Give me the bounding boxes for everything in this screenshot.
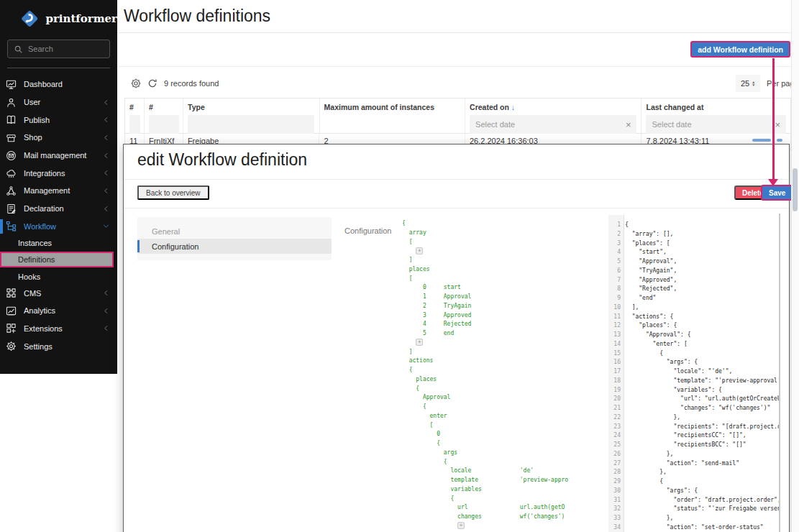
sidebar-item-management[interactable]: Management bbox=[0, 182, 117, 200]
code-line: "Rejected", bbox=[625, 285, 779, 294]
stepper-arrows-icon: ▲▼ bbox=[752, 81, 755, 87]
line-number: 13 bbox=[608, 331, 621, 340]
line-number: 29 bbox=[608, 477, 621, 487]
line-number: 8 bbox=[608, 285, 621, 294]
sidebar-item-analytics[interactable]: Analytics bbox=[0, 302, 117, 320]
chevron-left-icon bbox=[102, 134, 110, 142]
sidebar-item-cms[interactable]: CMS bbox=[0, 284, 117, 302]
save-button[interactable]: Save bbox=[761, 185, 793, 201]
sidebar-item-hooks[interactable]: Hooks bbox=[0, 269, 117, 284]
line-number: 23 bbox=[608, 423, 621, 432]
date-filter-input[interactable]: Select date× bbox=[646, 115, 786, 134]
sidebar: printformer DashboardUserPublishShopMail… bbox=[0, 0, 117, 374]
records-found-label: 9 records found bbox=[164, 79, 219, 88]
expand-node-button[interactable]: + bbox=[416, 339, 423, 346]
refresh-icon[interactable] bbox=[147, 78, 158, 89]
tab-configuration[interactable]: Configuration bbox=[137, 239, 332, 254]
sidebar-item-workflow[interactable]: Workflow bbox=[0, 218, 117, 236]
sidebar-item-integrations[interactable]: Integrations bbox=[0, 164, 117, 182]
editor-scrollbar[interactable] bbox=[779, 214, 780, 532]
back-to-overview-button[interactable]: Back to overview bbox=[137, 185, 209, 200]
line-number: 11 bbox=[608, 313, 621, 322]
row-action-link-clipped[interactable] bbox=[777, 139, 782, 142]
date-filter-input[interactable]: Select date× bbox=[470, 115, 636, 134]
dashboard-icon bbox=[6, 79, 17, 90]
row-action-link-clipped[interactable] bbox=[752, 139, 771, 142]
code-line: "locale": "'de'", bbox=[625, 367, 779, 377]
add-workflow-definition-button[interactable]: add Workflow definition bbox=[690, 41, 790, 58]
json-code-editor[interactable]: { "array": [], "places": [ "start", "App… bbox=[625, 215, 779, 532]
brand-logo[interactable]: printformer bbox=[0, 0, 117, 34]
table-settings-gear-icon[interactable] bbox=[130, 78, 142, 89]
sidebar-item-mail-management[interactable]: Mail management bbox=[0, 147, 117, 165]
expand-node-button[interactable]: + bbox=[457, 522, 465, 529]
column-header-last-changed-at[interactable]: Last changed atSelect date× bbox=[642, 98, 790, 133]
tree-line: { bbox=[402, 366, 612, 375]
sidebar-item-definitions[interactable]: Definitions bbox=[0, 252, 114, 267]
sidebar-search[interactable] bbox=[7, 40, 110, 58]
clear-filter-icon[interactable]: × bbox=[775, 119, 780, 130]
per-page-select[interactable]: 25 ▲▼ bbox=[736, 75, 760, 92]
line-number: 10 bbox=[608, 303, 621, 313]
tab-general[interactable]: General bbox=[137, 224, 332, 239]
code-line: "array": [], bbox=[625, 230, 779, 239]
code-line: "args": { bbox=[625, 358, 779, 367]
column-header-type[interactable]: Type bbox=[183, 98, 320, 133]
line-number: 27 bbox=[608, 459, 621, 469]
column-filter-input[interactable] bbox=[149, 115, 179, 134]
date-filter-placeholder: Select date bbox=[475, 120, 515, 129]
json-tree-view[interactable]: { array [ + ] places [ 0 start 1 Approva… bbox=[402, 219, 612, 532]
cms-icon bbox=[6, 288, 17, 298]
search-input[interactable] bbox=[28, 45, 104, 53]
clear-filter-icon[interactable]: × bbox=[626, 119, 631, 130]
tree-line: 0 bbox=[402, 430, 612, 439]
chevron-down-icon bbox=[102, 222, 110, 230]
sidebar-item-user[interactable]: User bbox=[0, 93, 117, 111]
line-number: 30 bbox=[608, 487, 621, 496]
line-number: 3 bbox=[608, 239, 621, 249]
sidebar-item-label: Settings bbox=[24, 342, 110, 351]
chevron-left-icon bbox=[102, 289, 110, 297]
code-line: "Approval", bbox=[625, 257, 779, 267]
tree-line: { bbox=[402, 385, 612, 394]
tree-line: + bbox=[402, 339, 612, 348]
sidebar-item-settings[interactable]: Settings bbox=[0, 337, 117, 355]
printformer-logo-icon bbox=[19, 8, 40, 29]
column-header-max-instances[interactable]: Maximum amount of instances bbox=[320, 98, 466, 133]
sidebar-item-extensions[interactable]: Extensions bbox=[0, 320, 117, 338]
column-header-num[interactable]: # bbox=[125, 98, 145, 133]
column-header-id[interactable]: # bbox=[145, 98, 183, 133]
page-title: Workflow definitions bbox=[124, 6, 270, 26]
column-filter-input[interactable] bbox=[129, 115, 140, 134]
code-line: "recipientsBCC": "[]" bbox=[625, 441, 779, 450]
tree-line: places bbox=[402, 375, 612, 385]
chevron-left-icon bbox=[102, 324, 110, 332]
column-filter-input[interactable] bbox=[188, 115, 314, 134]
line-number: 25 bbox=[608, 441, 621, 450]
extensions-icon bbox=[6, 323, 17, 334]
sidebar-item-label: Workflow bbox=[24, 222, 102, 231]
brand-name: printformer bbox=[45, 12, 117, 25]
sidebar-item-shop[interactable]: Shop bbox=[0, 129, 117, 147]
expand-node-button[interactable]: + bbox=[416, 247, 423, 254]
sidebar-item-publish[interactable]: Publish bbox=[0, 111, 117, 129]
window-scrollbar[interactable] bbox=[791, 0, 799, 532]
tree-line: args bbox=[402, 449, 612, 458]
line-number: 6 bbox=[608, 267, 621, 276]
sidebar-item-declaration[interactable]: Declaration bbox=[0, 200, 117, 218]
code-editor-line-numbers: 1234567891011121314151617181920212223242… bbox=[608, 215, 624, 532]
sidebar-item-label: Definitions bbox=[18, 255, 105, 264]
code-line: "template": "'preview-approval'' bbox=[625, 377, 779, 386]
line-number: 26 bbox=[608, 450, 621, 459]
sidebar-item-dashboard[interactable]: Dashboard bbox=[0, 75, 117, 93]
line-number: 24 bbox=[608, 431, 621, 441]
column-header-created-on[interactable]: Created on ↓Select date× bbox=[465, 98, 642, 133]
sidebar-item-label: CMS bbox=[24, 289, 102, 298]
code-line: "end" bbox=[625, 294, 779, 303]
sidebar-divider bbox=[7, 68, 110, 68]
tree-line: Approval bbox=[402, 393, 612, 403]
tree-line: locale 'de' bbox=[402, 467, 612, 476]
tree-line: [ bbox=[402, 238, 612, 247]
scrollbar-thumb[interactable] bbox=[793, 168, 798, 211]
sidebar-item-instances[interactable]: Instances bbox=[0, 235, 117, 250]
